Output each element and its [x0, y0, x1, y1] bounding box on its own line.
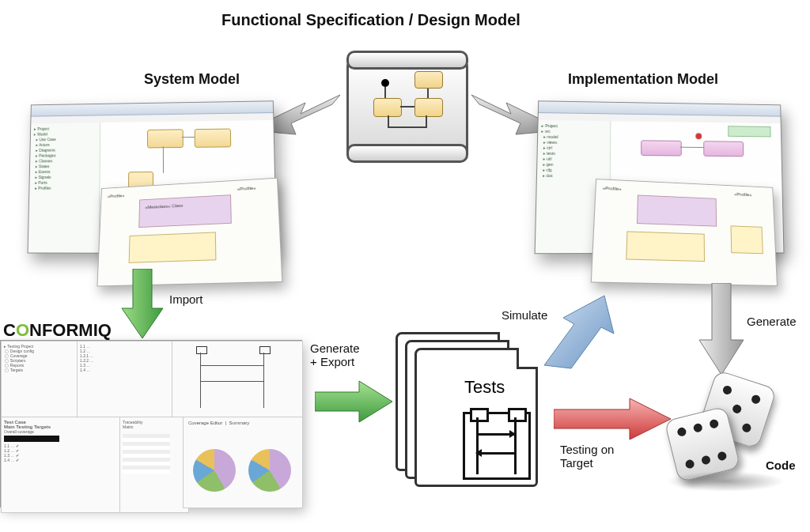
- simulate-label: Simulate: [502, 308, 547, 322]
- generate-export-label: Generate + Export: [310, 341, 360, 368]
- arrow-simulate: [538, 292, 625, 372]
- svg-marker-4: [544, 296, 614, 368]
- svg-marker-2: [122, 269, 163, 338]
- implementation-model-label: Implementation Model: [568, 71, 718, 88]
- testing-on-target-label: Testing on Target: [560, 443, 614, 470]
- tests-icon: Tests: [396, 332, 538, 482]
- diagram-canvas: Functional Specification / Design Model …: [0, 0, 810, 532]
- spec-scroll-icon: [346, 52, 464, 161]
- tests-label: Tests: [464, 377, 505, 398]
- generate-label: Generate: [747, 315, 797, 328]
- svg-marker-3: [315, 381, 392, 422]
- svg-marker-6: [554, 398, 671, 440]
- sequence-diagram-icon: [463, 412, 531, 480]
- arrow-testing-on-target: [554, 395, 672, 443]
- arrow-import: [119, 269, 166, 340]
- import-label: Import: [169, 292, 203, 306]
- diagram-title: Functional Specification / Design Model: [221, 11, 520, 29]
- conformiq-logo: CONFORMIQ: [3, 320, 112, 341]
- arrow-generate-export: [315, 378, 394, 425]
- arrow-generate: [696, 283, 747, 378]
- impl-model-profile-thumbnail: «Profile» «Profile»: [591, 179, 778, 286]
- conformiq-tool-thumbnail: ▸ Testing Project ▢ Design config ▢ Cove…: [0, 340, 302, 507]
- svg-marker-5: [699, 283, 744, 375]
- code-label: Code: [766, 458, 796, 472]
- dice-code-icon: [671, 378, 782, 496]
- system-model-label: System Model: [144, 71, 240, 88]
